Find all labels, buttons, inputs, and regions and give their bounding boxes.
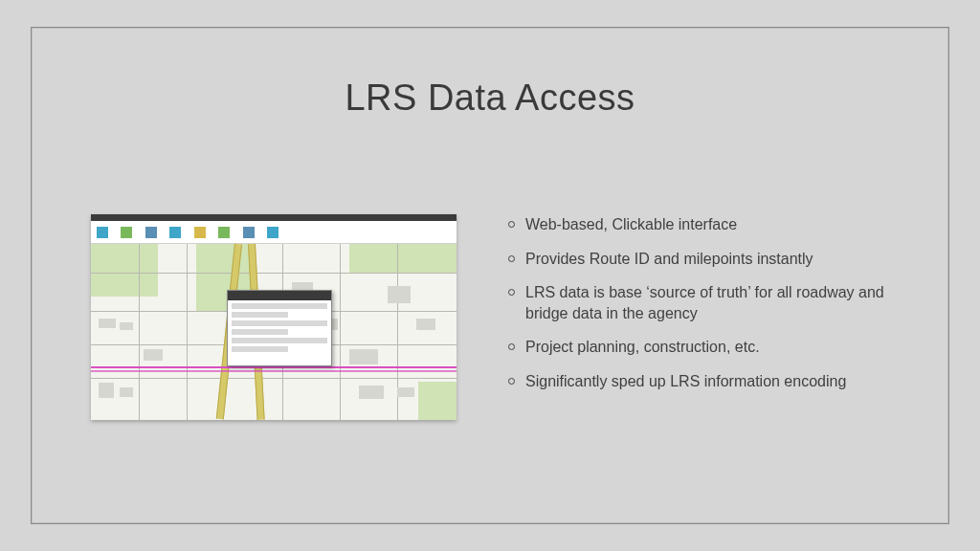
gis-app-screenshot (91, 214, 457, 420)
map-canvas (91, 244, 457, 420)
tool-icon (145, 227, 157, 238)
bullet-item: Significantly sped up LRS information en… (508, 371, 910, 392)
slide-frame: LRS Data Access (31, 27, 949, 524)
tool-icon (97, 227, 108, 238)
slide-title: LRS Data Access (32, 77, 948, 119)
app-ribbon (91, 221, 457, 244)
screenshot-column (32, 214, 481, 444)
tool-icon (218, 227, 230, 238)
tool-icon (121, 227, 132, 238)
bullet-list: Web-based, Clickable interface Provides … (481, 214, 948, 444)
identify-popup (227, 290, 332, 366)
bullet-item: Web-based, Clickable interface (508, 214, 910, 235)
content-row: Web-based, Clickable interface Provides … (32, 214, 948, 444)
tool-icon (169, 227, 181, 238)
bullet-item: Project planning, construction, etc. (508, 337, 910, 358)
tool-icon (194, 227, 206, 238)
tool-icon (243, 227, 255, 238)
app-titlebar (91, 214, 457, 221)
bullet-item: LRS data is base ‘source of truth’ for a… (508, 282, 910, 323)
bullet-item: Provides Route ID and milepoints instant… (508, 249, 910, 270)
tool-icon (267, 227, 278, 238)
